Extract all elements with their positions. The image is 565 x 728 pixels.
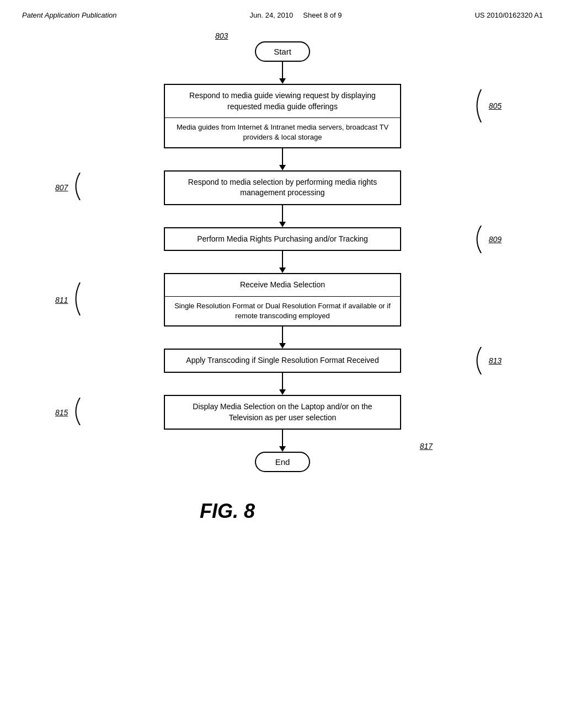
ref-809-curve-icon <box>470 226 487 253</box>
ref-805-curve-icon <box>470 89 487 122</box>
box-815: Display Media Selection on the Laptop an… <box>164 395 401 430</box>
ref-817: 817 <box>420 442 433 451</box>
ref-805: 805 <box>489 101 502 110</box>
box-811: Receive Media Selection Single Resolutio… <box>164 273 401 326</box>
box-811-main-text: Receive Media Selection <box>165 274 400 297</box>
page: Patent Application Publication Jun. 24, … <box>0 0 565 728</box>
ref-813-curve-icon <box>470 347 487 374</box>
box-809: Perform Media Rights Purchasing and/or T… <box>164 227 401 251</box>
start-node: Start <box>255 41 310 62</box>
ref-805-wrapper: 805 <box>470 89 502 122</box>
box-813: Apply Transcoding if Single Resolution F… <box>164 349 401 373</box>
header-date-sheet: Jun. 24, 2010 Sheet 8 of 9 <box>249 11 342 19</box>
arrow-5 <box>279 326 286 349</box>
box-815-row: 815 Display Media Selection on the Lapto… <box>22 395 543 430</box>
box-807: Respond to media selection by performing… <box>164 170 401 205</box>
fig-label-row: FIG. 8 <box>200 489 255 523</box>
end-row: 817 End <box>22 452 543 472</box>
arrow-3 <box>279 205 286 227</box>
box-811-row: 811 Receive Media Selection Single Resol… <box>22 273 543 326</box>
ref-815-curve-icon <box>69 398 86 425</box>
box-807-row: 807 Respond to media selection by perfor… <box>22 170 543 205</box>
box-811-sub-text: Single Resolution Format or Dual Resolut… <box>165 297 400 325</box>
fig-label: FIG. 8 <box>200 500 255 523</box>
arrow-1 <box>279 62 286 84</box>
ref-809: 809 <box>489 235 502 244</box>
arrow-7 <box>279 430 286 452</box>
ref-811: 811 <box>55 296 68 304</box>
arrow-4 <box>279 251 286 273</box>
arrow-6 <box>279 373 286 395</box>
ref-807-curve-icon <box>69 173 86 200</box>
ref-809-wrapper: 809 <box>470 226 502 253</box>
ref-811-curve <box>69 282 86 318</box>
box-805-sub-text: Media guides from Internet & Intranet me… <box>165 118 400 147</box>
ref-815: 815 <box>55 408 68 417</box>
header-date: Jun. 24, 2010 <box>249 11 293 19</box>
flowchart: 803 Start 805 Respond to media guide vie… <box>22 41 543 523</box>
box-805: Respond to media guide viewing request b… <box>164 84 401 148</box>
page-header: Patent Application Publication Jun. 24, … <box>22 11 543 19</box>
box-809-row: 809 Perform Media Rights Purchasing and/… <box>22 227 543 251</box>
ref-807-curve <box>69 173 86 202</box>
ref-807: 807 <box>55 183 68 192</box>
box-813-row: 813 Apply Transcoding if Single Resoluti… <box>22 349 543 373</box>
ref-815-curve <box>69 398 86 427</box>
arrow-2 <box>279 148 286 170</box>
header-patent-number: US 2010/0162320 A1 <box>475 11 543 19</box>
header-publication-label: Patent Application Publication <box>22 11 117 19</box>
box-805-row: 805 Respond to media guide viewing reque… <box>22 84 543 148</box>
ref-813: 813 <box>489 356 502 365</box>
ref-813-wrapper: 813 <box>470 347 502 374</box>
ref-803: 803 <box>215 31 228 40</box>
start-row: 803 Start <box>22 41 543 62</box>
ref-811-curve-icon <box>69 282 86 315</box>
end-node: End <box>255 452 310 472</box>
header-sheet: Sheet 8 of 9 <box>303 11 342 19</box>
box-805-main-text: Respond to media guide viewing request b… <box>165 85 400 118</box>
